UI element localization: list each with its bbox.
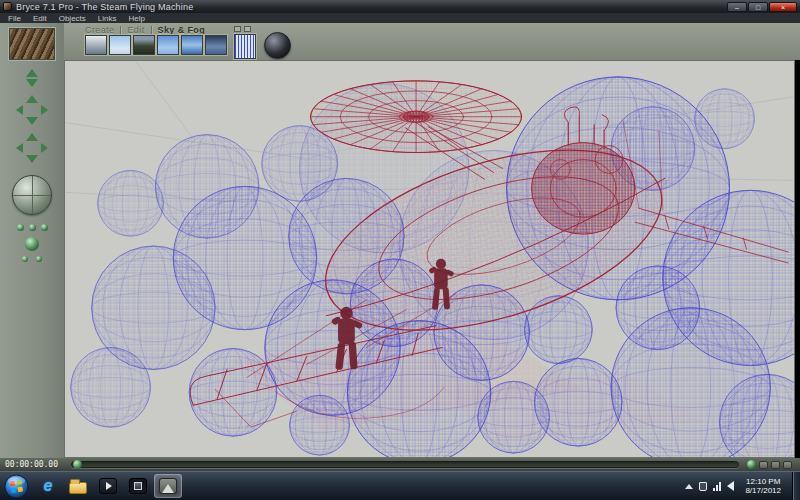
timeline-controls: [747, 460, 800, 469]
clock-date: 8/17/2012: [745, 486, 781, 495]
sky-preset-thumbnail[interactable]: [109, 35, 131, 55]
action-center-icon[interactable]: [699, 482, 707, 491]
wireframe-sphere[interactable]: [71, 348, 151, 428]
volume-icon[interactable]: [727, 481, 734, 491]
tab-sky-and-fog[interactable]: Sky & Fog: [158, 25, 206, 35]
wireframe-sphere[interactable]: [290, 395, 350, 455]
wireframe-sphere[interactable]: [534, 358, 622, 446]
sky-preset-thumbnail[interactable]: [181, 35, 203, 55]
sky-preset-thumbnail[interactable]: [157, 35, 179, 55]
window-titlebar[interactable]: Bryce 7.1 Pro - The Steam Flying Machine…: [0, 0, 800, 13]
mode-tabs: Create Edit Sky & Fog: [85, 25, 205, 35]
clock-time: 12:10 PM: [745, 477, 781, 486]
internet-explorer-icon: e: [44, 478, 53, 494]
timeline-scrubber[interactable]: [71, 461, 739, 468]
arrow-right-icon: [41, 143, 48, 153]
wireframe-sphere[interactable]: [98, 170, 164, 236]
close-button[interactable]: ×: [769, 2, 797, 12]
timeline-option-button[interactable]: [759, 461, 768, 469]
memory-dot-controls: [22, 256, 42, 262]
wireframe-sphere[interactable]: [695, 89, 755, 149]
view-ball[interactable]: [17, 224, 24, 231]
view-ball[interactable]: [29, 224, 36, 231]
memory-dot[interactable]: [22, 256, 28, 262]
sky-preset-thumbnail[interactable]: [85, 35, 107, 55]
menu-help[interactable]: Help: [123, 14, 151, 23]
playhead-handle[interactable]: [73, 460, 82, 469]
taskbar-button-app[interactable]: [124, 474, 152, 498]
sky-preset-thumbnail[interactable]: [133, 35, 155, 55]
cloud-toggle-icon[interactable]: [234, 26, 241, 32]
timeline-option-button[interactable]: [783, 461, 792, 469]
sky-mini-toggle-icons: [234, 26, 251, 32]
taskbar-button-ie[interactable]: e: [34, 474, 62, 498]
arrow-left-icon: [16, 143, 23, 153]
render-preview-thumbnail[interactable]: [9, 28, 55, 60]
menu-file[interactable]: File: [2, 14, 27, 23]
camera-trackball[interactable]: [12, 175, 52, 215]
wireframe-sphere[interactable]: [262, 126, 338, 202]
arrow-down-icon: [26, 155, 38, 163]
sun-position-trackball[interactable]: [264, 32, 291, 59]
folder-icon: [69, 482, 87, 494]
app-window-icon: [129, 478, 147, 494]
taskbar-button-media-player[interactable]: [94, 474, 122, 498]
animation-timeline: 00:00:00.00: [0, 458, 800, 471]
tab-separator: [120, 26, 121, 34]
preview-ball-control[interactable]: [747, 460, 756, 469]
network-icon[interactable]: [713, 482, 721, 491]
bryce-toolbar: Create Edit Sky & Fog: [64, 23, 800, 60]
bryce-icon: [159, 478, 177, 494]
timeline-option-button[interactable]: [771, 461, 780, 469]
timecode-display: 00:00:00.00: [0, 460, 63, 469]
wireframe-scene[interactable]: [65, 61, 794, 457]
tab-create[interactable]: Create: [85, 25, 114, 35]
arrow-right-icon: [41, 105, 48, 115]
nudge-up-down-control[interactable]: [26, 69, 38, 87]
taskbar-button-explorer[interactable]: [64, 474, 92, 498]
menu-links[interactable]: Links: [92, 14, 123, 23]
viewport[interactable]: [64, 60, 795, 458]
camera-mode-ball[interactable]: [25, 237, 39, 251]
view-option-balls: [17, 224, 48, 231]
tab-separator: [151, 26, 152, 34]
show-desktop-button[interactable]: [792, 472, 800, 500]
start-button[interactable]: [4, 474, 29, 499]
wireframe-sphere[interactable]: [616, 266, 700, 350]
control-sidebar: [0, 23, 64, 458]
hidden-icons-arrow-icon[interactable]: [685, 484, 693, 489]
tab-edit[interactable]: Edit: [127, 25, 144, 35]
arrow-up-icon: [26, 95, 38, 103]
arrow-up-icon: [26, 69, 38, 77]
memory-dot[interactable]: [36, 256, 42, 262]
wireframe-sphere[interactable]: [155, 135, 258, 238]
arrow-left-icon: [16, 105, 23, 115]
windows-taskbar: e 12:10 PM 8/17/2012: [0, 471, 800, 500]
arrow-down-icon: [26, 117, 38, 125]
arrow-down-icon: [26, 79, 38, 87]
cloud-histogram-thumbnail[interactable]: [234, 34, 256, 59]
media-player-icon: [99, 478, 117, 494]
system-tray: 12:10 PM 8/17/2012: [685, 472, 800, 500]
menu-bar: File Edit Objects Links Help: [0, 13, 800, 23]
view-ball[interactable]: [41, 224, 48, 231]
sky-preset-thumbnails: [85, 35, 227, 55]
sky-preset-thumbnail[interactable]: [205, 35, 227, 55]
app-icon: [3, 2, 12, 11]
sun-toggle-icon[interactable]: [244, 26, 251, 32]
maximize-button[interactable]: □: [748, 2, 768, 12]
pan-cross-control[interactable]: [16, 95, 48, 125]
menu-edit[interactable]: Edit: [27, 14, 53, 23]
menu-objects[interactable]: Objects: [53, 14, 92, 23]
wireframe-sphere[interactable]: [478, 381, 550, 453]
propeller-hub: [403, 111, 429, 122]
rotate-cross-control[interactable]: [16, 133, 48, 163]
window-title: Bryce 7.1 Pro - The Steam Flying Machine: [16, 2, 723, 12]
taskbar-clock[interactable]: 12:10 PM 8/17/2012: [740, 477, 786, 495]
taskbar-button-bryce[interactable]: [154, 474, 182, 498]
minimize-button[interactable]: –: [727, 2, 747, 12]
arrow-up-icon: [26, 133, 38, 141]
